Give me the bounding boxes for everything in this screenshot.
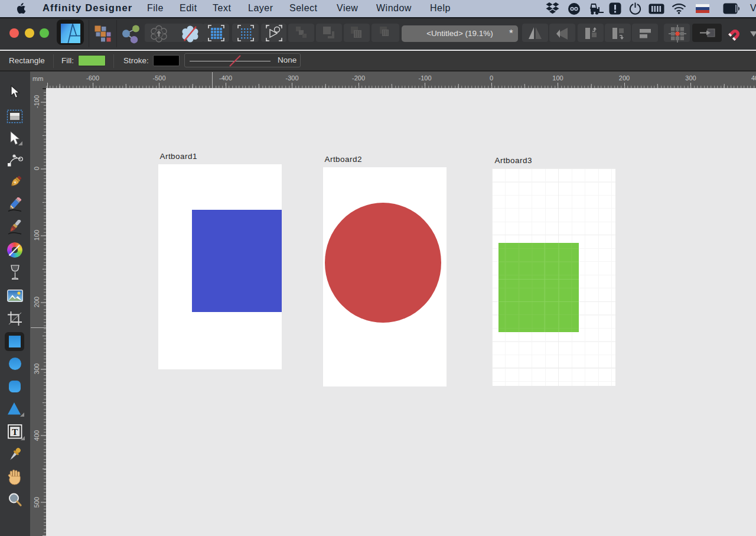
svg-text:T: T: [12, 427, 18, 437]
